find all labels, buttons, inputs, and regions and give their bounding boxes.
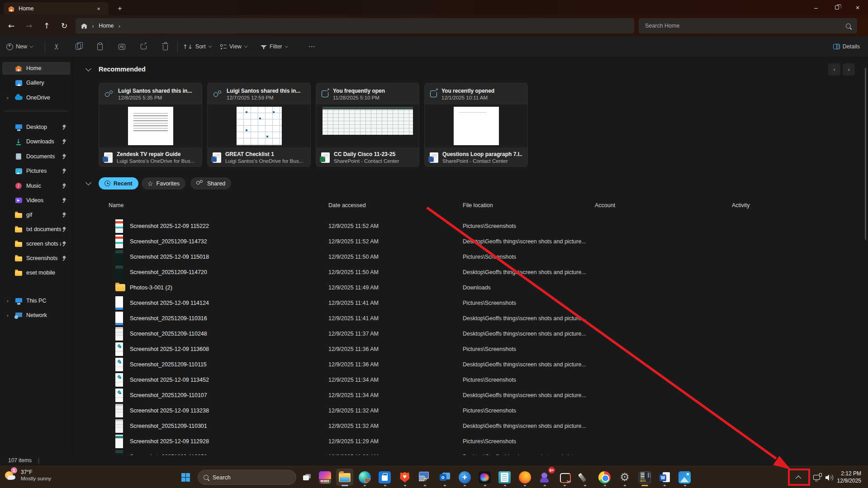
taskbar-app-snipping-tool[interactable] xyxy=(556,469,573,486)
view-button[interactable]: View xyxy=(220,36,247,57)
weather-badge: 1 xyxy=(11,467,17,474)
back-button[interactable]: ← xyxy=(4,18,19,33)
up-button[interactable]: ↑ xyxy=(39,18,54,33)
taskbar-app-chrome[interactable] xyxy=(596,469,613,486)
share-button[interactable] xyxy=(136,36,151,57)
file-name: Screenshot_20251209-110316 xyxy=(130,315,207,322)
file-row[interactable]: Screenshot_20251209-11031612/9/2025 11:4… xyxy=(73,311,868,326)
pin-icon xyxy=(61,183,66,189)
search-input[interactable]: Search Home xyxy=(639,18,857,33)
taskbar-app-microsoft-store[interactable] xyxy=(376,469,394,486)
file-row[interactable]: Screenshot_20251209-11472012/9/2025 11:5… xyxy=(73,265,868,280)
sidebar-item-gallery[interactable]: Gallery xyxy=(2,76,70,89)
sidebar-item-onedrive[interactable]: ›OneDrive xyxy=(2,91,70,104)
sidebar-item-screenshots[interactable]: Screenshots xyxy=(2,252,70,265)
sidebar-item-screen-shots-anc[interactable]: screen shots anc xyxy=(2,237,70,250)
sidebar-item-music[interactable]: ♪Music xyxy=(2,180,70,192)
rename-button[interactable]: A| xyxy=(114,36,129,57)
sort-button[interactable]: ↑↓ Sort xyxy=(183,36,212,57)
breadcrumb[interactable]: › Home › xyxy=(76,18,634,33)
new-button[interactable]: New xyxy=(6,36,33,57)
chevron-down-icon xyxy=(244,44,247,48)
explorer-tab-home[interactable]: Home × xyxy=(4,2,109,15)
taskbar-app-outlook[interactable] xyxy=(436,469,453,486)
file-row[interactable]: Screenshot_20251209-11010712/9/2025 11:3… xyxy=(73,388,868,403)
sidebar-item-home[interactable]: Home xyxy=(2,62,70,75)
minimize-button[interactable]: – xyxy=(806,0,826,15)
sidebar-item-documents[interactable]: Documents xyxy=(2,150,70,163)
file-row[interactable]: Screenshot_20251209-11011512/9/2025 11:3… xyxy=(73,357,868,372)
sidebar-item-gif[interactable]: gif xyxy=(2,208,70,221)
word-icon xyxy=(659,471,671,483)
taskbar-app-teams[interactable]: 9+ xyxy=(536,469,553,486)
search-icon[interactable] xyxy=(846,24,851,28)
breadcrumb-item[interactable]: Home xyxy=(99,23,114,29)
sidebar-item-this-pc[interactable]: ›This PC xyxy=(2,294,70,307)
sort-icon: ↑↓ xyxy=(183,43,193,50)
chevron-right-icon[interactable]: › xyxy=(2,95,13,101)
file-row[interactable]: Screenshot_20251209-11030112/9/2025 11:3… xyxy=(73,418,868,434)
taskbar-app-firefox[interactable] xyxy=(516,469,533,486)
taskbar-app-ms365-app[interactable] xyxy=(456,469,473,486)
sidebar-item-desktop[interactable]: Desktop xyxy=(2,121,70,133)
breadcrumb-home-icon[interactable] xyxy=(81,26,86,28)
file-row[interactable]: Screenshot 2025-12-09 11360812/9/2025 11… xyxy=(73,341,868,357)
taskbar-app-file-explorer[interactable] xyxy=(336,469,353,486)
file-row[interactable]: Screenshot 2025-12-09 11323812/9/2025 11… xyxy=(73,403,868,418)
taskbar-app-photos[interactable] xyxy=(676,469,693,486)
running-indicator xyxy=(624,485,626,486)
task-view-button[interactable] xyxy=(300,471,313,483)
sidebar-item-videos[interactable]: ▶Videos xyxy=(2,194,70,207)
file-row[interactable]: Screenshot 2025-12-09 11501812/9/2025 11… xyxy=(73,249,868,265)
taskbar-app-word[interactable] xyxy=(656,469,673,486)
tab-close-icon[interactable]: × xyxy=(93,4,104,13)
file-row[interactable]: Screenshot 2025-12-09 11345212/9/2025 11… xyxy=(73,372,868,388)
paste-button[interactable] xyxy=(92,36,108,57)
file-row[interactable]: Screenshot 2025-12-09 11522212/9/2025 11… xyxy=(73,218,868,234)
taskbar-app-remote-desktop[interactable] xyxy=(416,469,433,486)
start-button[interactable] xyxy=(179,471,192,483)
details-pane-button[interactable]: Details xyxy=(833,36,860,57)
delete-button[interactable] xyxy=(157,36,173,57)
chevron-right-icon[interactable]: › xyxy=(2,298,13,304)
taskbar-app-usb-tool[interactable] xyxy=(576,469,593,486)
file-name: Screenshot_20251209-110107 xyxy=(130,392,207,398)
taskbar-clock[interactable]: 2:12 PM 12/9/2025 xyxy=(837,470,861,484)
taskbar-app-notepad[interactable] xyxy=(496,469,513,486)
cut-button[interactable]: ✂ xyxy=(49,36,64,57)
chevron-right-icon[interactable]: › xyxy=(2,313,13,318)
file-row[interactable]: Photos-3-001 (2)12/9/2025 11:49 AMDownlo… xyxy=(73,280,868,295)
sidebar-item-txt-documents[interactable]: txt documents xyxy=(2,223,70,236)
maximize-button[interactable] xyxy=(826,0,847,15)
refresh-button[interactable]: ↻ xyxy=(57,18,72,33)
file-date-accessed: 12/9/2025 11:36 AM xyxy=(328,346,379,352)
close-button[interactable]: × xyxy=(847,0,868,15)
sidebar-item-network[interactable]: ›Network xyxy=(2,309,70,322)
weather-widget[interactable]: 1 37°F Mostly sunny xyxy=(5,469,51,481)
taskbar-app-settings[interactable]: ⚙ xyxy=(616,469,633,486)
file-row[interactable]: Screenshot_20251209-11024812/9/2025 11:3… xyxy=(73,326,868,341)
sidebar-item-pictures[interactable]: Pictures xyxy=(2,165,70,177)
taskbar-app-media-player-321[interactable] xyxy=(636,469,653,486)
volume-tray-icon[interactable] xyxy=(823,472,836,483)
network-tray-icon[interactable] xyxy=(811,472,822,483)
file-row[interactable]: Screenshot_20251209-11005812/9/2025 11:2… xyxy=(73,449,868,455)
sidebar-item-eset-mobile[interactable]: eset mobile xyxy=(2,266,70,279)
scrollbar[interactable] xyxy=(865,68,866,240)
filter-button[interactable]: Filter xyxy=(261,36,288,57)
new-tab-button[interactable]: + xyxy=(114,4,126,14)
sidebar-item-downloads[interactable]: ↓Downloads xyxy=(2,135,70,148)
file-row[interactable]: Screenshot 2025-12-09 11292812/9/2025 11… xyxy=(73,434,868,449)
file-thumbnail xyxy=(115,235,123,248)
copy-button[interactable] xyxy=(71,36,86,57)
pin-icon xyxy=(61,168,66,174)
forward-button[interactable]: → xyxy=(21,18,37,33)
file-row[interactable]: Screenshot_20251209-11473212/9/2025 11:5… xyxy=(73,234,868,249)
taskbar-search[interactable]: Search xyxy=(198,470,296,485)
taskbar-app-brave[interactable] xyxy=(396,469,413,486)
more-options-button[interactable]: ⋯ xyxy=(304,36,319,57)
taskbar-app-edge[interactable] xyxy=(356,469,373,486)
taskbar-app-designer[interactable] xyxy=(476,469,493,486)
file-row[interactable]: Screenshot 2025-12-09 11412412/9/2025 11… xyxy=(73,295,868,311)
taskbar-app-m365-copilot[interactable]: M365 xyxy=(316,469,333,486)
